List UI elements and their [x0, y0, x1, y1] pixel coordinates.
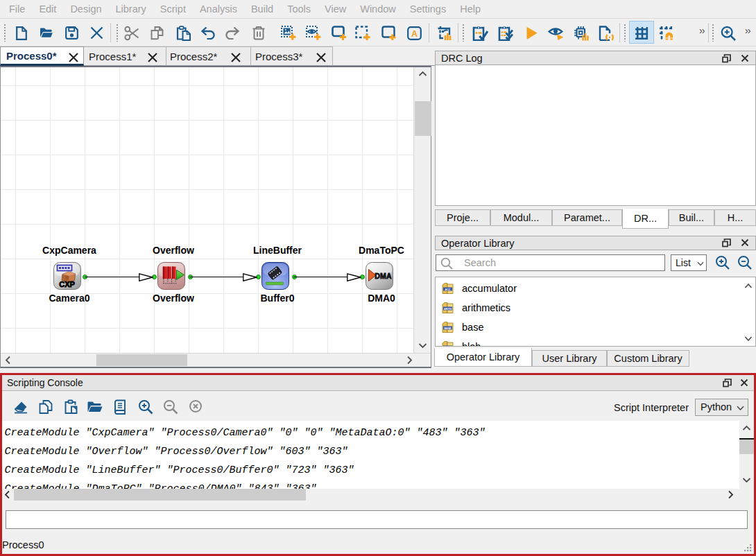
svg-text:CXP: CXP: [59, 280, 75, 288]
svg-text:BASE: BASE: [445, 327, 452, 330]
svg-text:DMA: DMA: [375, 272, 392, 280]
svg-text:A: A: [411, 28, 417, 38]
svg-text:ACC: ACC: [445, 288, 451, 291]
svg-text:ARITH: ARITH: [444, 308, 452, 311]
